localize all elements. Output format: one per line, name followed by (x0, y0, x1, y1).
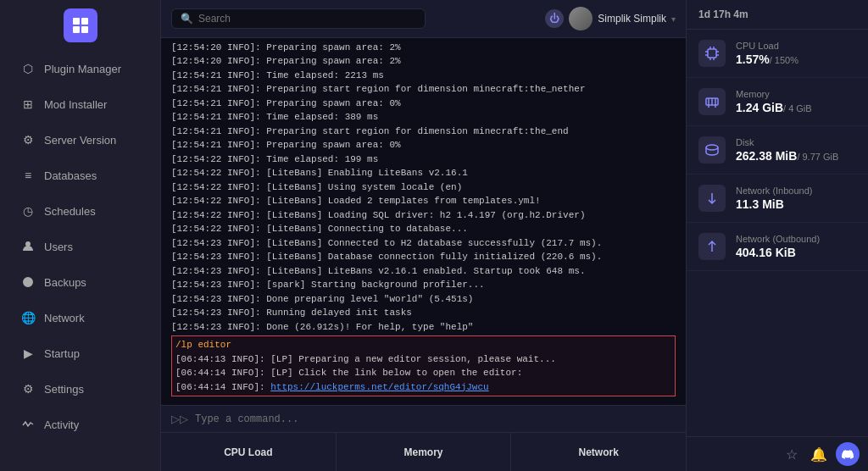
server-uptime: 1d 17h 4m (698, 8, 748, 20)
search-icon: 🔍 (181, 13, 193, 25)
tab-memory-label: Memory (404, 446, 443, 458)
sidebar-item-backups[interactable]: Backups (7, 266, 153, 298)
databases-icon: ≡ (20, 168, 36, 183)
user-badge[interactable]: ⏻ Simplik Simplik ▾ (545, 7, 676, 30)
sidebar-item-label: Network (44, 312, 85, 324)
users-icon (20, 239, 36, 254)
sidebar-item-network[interactable]: 🌐 Network (7, 302, 153, 334)
right-panel-bottom: ☆ 🔔 (687, 436, 868, 471)
stat-card-memory: Memory 1.24 GiB/ 4 GiB (687, 78, 868, 126)
sidebar-item-label: Settings (44, 383, 84, 396)
avatar (569, 7, 593, 30)
stat-value-memory: 1.24 GiB/ 4 GiB (736, 101, 856, 114)
stat-value-network-out: 404.16 KiB (736, 246, 856, 259)
stat-label-cpu: CPU Load (736, 41, 856, 51)
stat-value-network-in: 11.3 MiB (736, 197, 856, 211)
sidebar-item-databases[interactable]: ≡ Databases (7, 159, 153, 191)
console-line: [12:54:21 INFO]: Preparing start region … (171, 125, 676, 139)
cpu-icon (698, 40, 726, 67)
console-line: [12:54:22 INFO]: [LiteBans] Loading SQL … (171, 208, 676, 223)
command-input-area: ▷▷ (161, 405, 686, 432)
console-line: [12:54:23 INFO]: [LiteBans] Connected to… (171, 236, 676, 251)
console-highlighted-line: [06:44:14 INFO]: https://luckperms.net/e… (175, 380, 671, 395)
tab-cpu-load[interactable]: CPU Load (161, 433, 337, 471)
sidebar-item-schedules[interactable]: ◷ Schedules (7, 195, 153, 227)
console-line: [12:54:23 INFO]: Done (26.912s)! For hel… (171, 320, 676, 335)
sidebar-item-label: Plugin Manager (44, 63, 121, 75)
sidebar-item-mod-installer[interactable]: ⊞ Mod Installer (7, 88, 153, 120)
header: 🔍 ⏻ Simplik Simplik ▾ (161, 0, 686, 38)
search-input[interactable] (198, 13, 416, 25)
bell-button[interactable]: 🔔 (809, 444, 829, 464)
network-icon: 🌐 (20, 310, 36, 325)
console-line: [12:54:22 INFO]: [LiteBans] Loaded 2 tem… (171, 194, 676, 208)
sidebar-logo (64, 8, 97, 42)
console-line: [12:54:21 INFO]: Time elapsed: 2213 ms (171, 69, 676, 83)
stat-info-network-out: Network (Outbound) 404.16 KiB (736, 234, 856, 259)
tab-network[interactable]: Network (511, 433, 686, 471)
stat-label-memory: Memory (736, 89, 856, 99)
console-highlighted-block: /lp editor[06:44:13 INFO]: [LP] Preparin… (171, 335, 676, 396)
server-version-icon: ⚙ (20, 132, 36, 147)
svg-rect-3 (81, 26, 88, 33)
sidebar-item-activity[interactable]: Activity (7, 408, 153, 441)
stat-label-network-in: Network (Inbound) (736, 186, 856, 196)
sidebar-item-users[interactable]: Users (7, 230, 153, 263)
activity-icon (20, 417, 36, 432)
console-output: [12:54:20 INFO]: [ca.spottedleaf.datacon… (161, 38, 686, 405)
stat-info-network-in: Network (Inbound) 11.3 MiB (736, 186, 856, 211)
startup-icon: ▶ (20, 346, 36, 361)
console-line: [12:54:20 INFO]: Preparing spawn area: 2… (171, 54, 676, 69)
sidebar-item-label: Startup (44, 347, 80, 360)
console-line: [12:54:21 INFO]: Preparing start region … (171, 82, 676, 97)
sidebar-item-label: Mod Installer (44, 98, 107, 111)
network-out-icon (698, 233, 726, 260)
console-line: [12:54:23 INFO]: [LiteBans] Database con… (171, 250, 676, 264)
sidebar-item-label: Users (44, 241, 73, 253)
right-panel: 1d 17h 4m CPU Load 1.57%/ 150% Memory (686, 0, 868, 471)
mod-installer-icon: ⊞ (20, 97, 36, 112)
svg-rect-2 (73, 26, 80, 33)
backups-icon (20, 274, 36, 290)
power-icon: ⏻ (545, 9, 564, 28)
console-line: [12:54:22 INFO]: [LiteBans] Using system… (171, 180, 676, 195)
discord-button[interactable] (836, 442, 860, 466)
console-line: [12:54:22 INFO]: [LiteBans] Connecting t… (171, 222, 676, 236)
console-line: [12:54:21 INFO]: Preparing spawn area: 0… (171, 138, 676, 152)
tab-network-label: Network (579, 446, 619, 458)
stat-value-disk: 262.38 MiB/ 9.77 GiB (736, 149, 856, 163)
stat-info-disk: Disk 262.38 MiB/ 9.77 GiB (736, 137, 856, 163)
sidebar: ⬡ Plugin Manager ⊞ Mod Installer ⚙ Serve… (0, 0, 161, 471)
header-right: ⏻ Simplik Simplik ▾ (545, 7, 676, 30)
sidebar-item-label: Server Version (44, 134, 116, 147)
console-line: [12:54:21 INFO]: Time elapsed: 389 ms (171, 110, 676, 125)
command-prompt-icon: ▷▷ (171, 413, 188, 425)
console-highlighted-line: [06:44:13 INFO]: [LP] Preparing a new ed… (175, 352, 671, 367)
console-line: [12:54:20 INFO]: Preparing spawn area: 2… (171, 41, 676, 55)
sidebar-item-settings[interactable]: ⚙ Settings (7, 373, 153, 405)
console-line: [12:54:23 INFO]: [LiteBans] LiteBans v2.… (171, 264, 676, 279)
console-highlighted-line: [06:44:14 INFO]: [LP] Click the link bel… (175, 366, 671, 380)
console-link[interactable]: https://luckperms.net/editor/sqhG4jJwcu (270, 382, 488, 392)
stat-info-cpu: CPU Load 1.57%/ 150% (736, 41, 856, 66)
disk-icon (698, 136, 726, 163)
svg-point-20 (706, 145, 718, 150)
svg-rect-1 (81, 18, 88, 25)
plugin-manager-icon: ⬡ (20, 61, 36, 76)
sidebar-item-plugin-manager[interactable]: ⬡ Plugin Manager (7, 53, 153, 85)
stat-card-network-in: Network (Inbound) 11.3 MiB (687, 175, 868, 223)
schedules-icon: ◷ (20, 203, 36, 219)
sidebar-item-server-version[interactable]: ⚙ Server Version (7, 124, 153, 156)
command-input[interactable] (195, 413, 676, 425)
sidebar-item-label: Databases (44, 169, 97, 182)
star-button[interactable]: ☆ (782, 444, 802, 464)
sidebar-item-startup[interactable]: ▶ Startup (7, 337, 153, 369)
stat-card-network-out: Network (Outbound) 404.16 KiB (687, 223, 868, 271)
tab-memory[interactable]: Memory (337, 433, 512, 471)
console-line: [12:54:23 INFO]: Done preparing level "w… (171, 292, 676, 307)
search-box[interactable]: 🔍 (171, 8, 426, 29)
svg-rect-5 (708, 49, 716, 58)
console-line: [12:54:22 INFO]: [LiteBans] Enabling Lit… (171, 166, 676, 180)
chevron-down-icon: ▾ (671, 14, 676, 24)
stat-info-memory: Memory 1.24 GiB/ 4 GiB (736, 89, 856, 114)
